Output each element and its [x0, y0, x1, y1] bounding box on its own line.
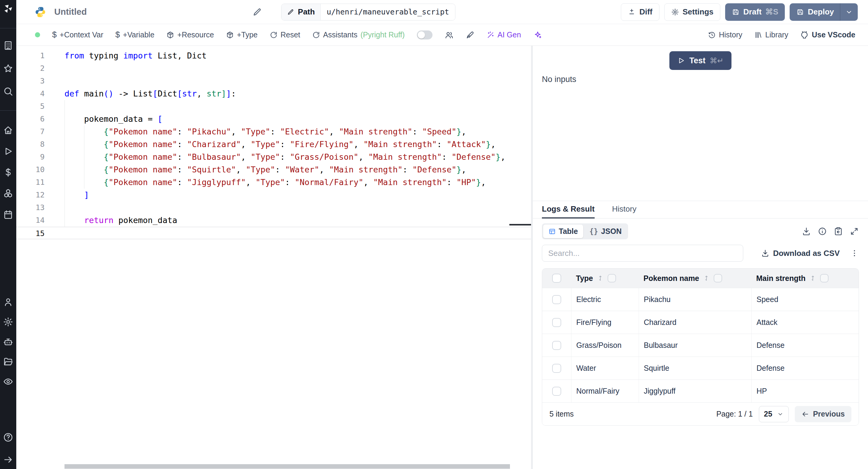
sidebar-item-help[interactable]	[3, 432, 13, 442]
code-line-2[interactable]: 2	[16, 62, 531, 75]
tab-logs-result[interactable]: Logs & Result	[542, 205, 595, 219]
sidebar-item-resources[interactable]	[3, 188, 13, 199]
row-checkbox[interactable]	[552, 364, 561, 373]
code-line-13[interactable]: 13	[16, 201, 531, 214]
diff-button[interactable]: Diff	[621, 3, 659, 21]
view-table-button[interactable]: Table	[543, 224, 583, 238]
multiplayer-toggle[interactable]	[417, 30, 433, 39]
library-button[interactable]: Library	[754, 30, 788, 39]
row-checkbox[interactable]	[552, 387, 561, 396]
paintbrush-icon[interactable]	[466, 30, 475, 39]
sidebar-item-schedules[interactable]	[3, 210, 13, 220]
sort-icon[interactable]	[703, 275, 710, 282]
code-line-10[interactable]: 10 {"Pokemon name": "Squirtle", "Type": …	[16, 163, 531, 176]
page-size-select[interactable]: 25	[759, 406, 789, 422]
sidebar-item-variables[interactable]	[3, 167, 13, 178]
code-line-3[interactable]: 3	[16, 75, 531, 87]
kebab-menu-icon[interactable]	[850, 249, 859, 258]
table-row[interactable]: Fire/FlyingCharizardAttack	[542, 311, 859, 334]
users-icon[interactable]	[444, 30, 454, 39]
history-button[interactable]: History	[708, 30, 742, 39]
table-row[interactable]: WaterSquirtleDefense	[542, 356, 859, 379]
sort-icon[interactable]	[809, 275, 816, 282]
add-context-var-button[interactable]: $ +Context Var	[52, 30, 103, 39]
sidebar-item-search[interactable]	[3, 86, 13, 96]
sort-icon[interactable]	[597, 275, 604, 282]
reset-button[interactable]: Reset	[270, 30, 300, 39]
chevron-down-icon	[845, 8, 853, 16]
column-filter-checkbox[interactable]	[820, 274, 829, 282]
add-resource-button[interactable]: +Resource	[166, 30, 214, 39]
previous-page-button[interactable]: Previous	[795, 406, 851, 422]
sidebar-item-users[interactable]	[3, 297, 13, 307]
table-row[interactable]: Normal/FairyJigglypuffHP	[542, 379, 859, 402]
editor-horizontal-scrollbar[interactable]	[64, 464, 510, 469]
indent-guide	[64, 113, 65, 125]
column-header-main-strength[interactable]: Main strength	[756, 274, 806, 283]
sidebar-item-expand[interactable]	[3, 455, 13, 465]
code-line-8[interactable]: 8 {"Pokemon name": "Charizard", "Type": …	[16, 138, 531, 151]
code-line-7[interactable]: 7 {"Pokemon name": "Pikachu", "Type": "E…	[16, 125, 531, 138]
expand-icon	[3, 455, 13, 465]
search-input[interactable]	[542, 245, 743, 262]
result-table: Type Pokemon name Main strength	[542, 268, 859, 426]
path-widget[interactable]: Path u/henri/maneuverable_script	[281, 4, 456, 21]
sidebar-item-home[interactable]	[3, 125, 13, 135]
edit-title-pencil-icon[interactable]	[252, 7, 262, 17]
code-line-1[interactable]: 1from typing import List, Dict	[16, 50, 531, 62]
add-type-button[interactable]: +Type	[226, 30, 258, 39]
tab-history[interactable]: History	[612, 205, 637, 219]
code-line-12[interactable]: 12 ]	[16, 189, 531, 201]
sidebar-item-settings[interactable]	[3, 317, 13, 327]
sidebar-item-audit-logs[interactable]	[3, 376, 13, 387]
row-checkbox[interactable]	[552, 341, 561, 350]
resources-icon	[3, 188, 13, 199]
test-button[interactable]: Test ⌘↵	[670, 51, 731, 70]
code-editor[interactable]: 1from typing import List, Dict234def mai…	[16, 46, 531, 469]
view-json-button[interactable]: {} JSON	[584, 224, 627, 238]
deploy-button[interactable]: Deploy	[789, 3, 858, 21]
ai-gen-button[interactable]: AI Gen	[487, 30, 521, 39]
assistants-button[interactable]: Assistants (Pyright Ruff)	[312, 30, 405, 39]
download-csv-button[interactable]: Download as CSV	[761, 249, 840, 258]
expand-icon[interactable]	[849, 227, 859, 236]
windmill-logo[interactable]	[0, 0, 16, 28]
table-row[interactable]: ElectricPikachuSpeed	[542, 288, 859, 311]
code-line-14[interactable]: 14 return pokemon_data	[16, 214, 531, 227]
column-filter-checkbox[interactable]	[608, 274, 616, 282]
sparkles-icon[interactable]	[533, 30, 542, 39]
column-header-type[interactable]: Type	[576, 274, 593, 283]
line-number: 8	[16, 138, 44, 151]
add-variable-button[interactable]: $ +Variable	[116, 30, 155, 39]
sidebar-item-runs[interactable]	[3, 146, 13, 156]
row-checkbox[interactable]	[552, 318, 561, 327]
code-line-6[interactable]: 6 pokemon_data = [	[16, 113, 531, 125]
draft-button[interactable]: Draft ⌘S	[725, 3, 785, 21]
sidebar-item-folders[interactable]	[3, 356, 13, 367]
sidebar-group-0	[0, 40, 16, 111]
clipboard-copy-icon[interactable]	[834, 227, 843, 236]
code-line-11[interactable]: 11 {"Pokemon name": "Jigglypuff", "Type"…	[16, 176, 531, 189]
table-cell: HP	[751, 380, 859, 402]
column-filter-checkbox[interactable]	[714, 274, 722, 282]
sidebar-item-workers[interactable]	[3, 337, 13, 347]
select-all-checkbox[interactable]	[552, 274, 561, 283]
sidebar-item-workspace[interactable]	[3, 40, 13, 51]
code-line-4[interactable]: 4def main() -> List[Dict[str, str]]:	[16, 87, 531, 100]
sidebar-group-1	[0, 125, 16, 220]
deploy-dropdown-toggle[interactable]	[840, 3, 858, 21]
path-value[interactable]: u/henri/maneuverable_script	[321, 4, 455, 20]
sidebar-item-favorites[interactable]	[3, 63, 13, 73]
download-icon[interactable]	[802, 227, 811, 236]
info-icon[interactable]	[818, 227, 827, 236]
use-vscode-button[interactable]: Use VScode	[800, 30, 855, 39]
settings-button[interactable]: Settings	[664, 3, 721, 21]
table-row[interactable]: Grass/PoisonBulbasaurDefense	[542, 334, 859, 356]
topbar-actions: Diff Settings Draft ⌘S Deploy	[621, 3, 858, 21]
column-header-pokemon-name[interactable]: Pokemon name	[644, 274, 699, 283]
code-line-5[interactable]: 5	[16, 100, 531, 113]
code-line-9[interactable]: 9 {"Pokemon name": "Bulbasaur", "Type": …	[16, 151, 531, 163]
code-line-15[interactable]: 15	[16, 227, 531, 239]
code-text: {"Pokemon name": "Squirtle", "Type": "Wa…	[44, 163, 531, 176]
row-checkbox[interactable]	[552, 295, 561, 304]
